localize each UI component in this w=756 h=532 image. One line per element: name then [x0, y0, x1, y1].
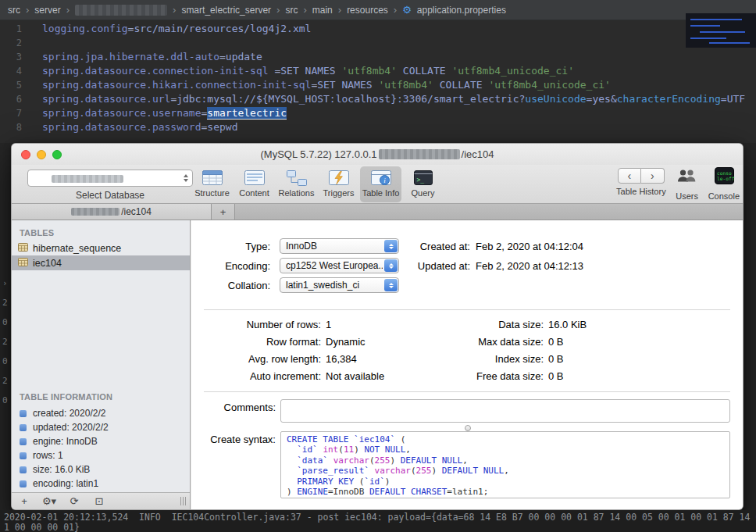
splitter-handle[interactable]: [465, 425, 471, 431]
code-segment: 'utf8mb4': [342, 65, 397, 77]
sidebar: TABLES hibernate_sequenceiec104 TABLE IN…: [12, 220, 191, 509]
table-actions-button[interactable]: ⚙▾: [37, 495, 62, 507]
code-segment: spring.datasource.url: [42, 93, 170, 105]
encoding-select[interactable]: cp1252 West Europea...: [280, 258, 399, 273]
code-segment: COLLATE: [397, 65, 451, 77]
type-label: Type:: [191, 241, 270, 252]
editor-line[interactable]: 6spring.datasource.url=jdbc:mysql://${MY…: [0, 92, 756, 106]
table-history-label: Table History: [616, 187, 666, 196]
comments-label: Comments:: [191, 402, 276, 413]
breadcrumb-item[interactable]: src: [8, 5, 20, 16]
dropdown-stepper-icon: [384, 279, 398, 291]
table-information-header: TABLE INFORMATION: [20, 392, 112, 402]
console-pane-button[interactable]: ⊡: [87, 495, 112, 507]
add-tab-button[interactable]: +: [212, 204, 235, 220]
editor-line[interactable]: 1logging.config=src/main/resources/log4j…: [0, 22, 756, 36]
code-text: spring.datasource.password=sepwd: [42, 120, 237, 134]
resize-grip[interactable]: [180, 497, 186, 505]
code-editor[interactable]: 1logging.config=src/main/resources/log4j…: [0, 20, 756, 143]
background-text-fragment: 2: [2, 298, 8, 308]
table-list-item[interactable]: hibernate_sequence: [12, 241, 190, 255]
line-number: 6: [0, 92, 22, 106]
background-text-fragment: ›: [2, 278, 8, 288]
editor-line[interactable]: 7spring.datasource.username=smartelectri…: [0, 106, 756, 120]
toolbar-button-query[interactable]: >_Query: [402, 166, 444, 202]
toolbar-right: ‹ › Table History Users console-off Cons…: [616, 166, 740, 201]
collation-select-value: latin1_swedish_ci: [286, 280, 383, 291]
console-button[interactable]: console-off Console: [708, 166, 740, 201]
sql-token: 11: [344, 445, 354, 455]
toolbar-button-structure[interactable]: Structure: [191, 166, 233, 202]
log-line: 2020-02-01 20:12:13,524 INFO IEC104Contr…: [4, 512, 756, 523]
toolbar-button-triggers[interactable]: Triggers: [318, 166, 359, 202]
users-button[interactable]: Users: [676, 166, 699, 201]
type-select[interactable]: InnoDB: [280, 238, 399, 254]
collation-select[interactable]: latin1_swedish_ci: [280, 277, 399, 293]
refresh-tables-button[interactable]: ⟳: [62, 495, 87, 507]
create-syntax-box[interactable]: CREATE TABLE `iec104` ( `id` int(11) NOT…: [280, 431, 730, 498]
info-bullet-icon: [20, 410, 27, 417]
sql-token: CREATE TABLE: [287, 434, 348, 445]
editor-line[interactable]: 5spring.datasource.hikari.connection-ini…: [0, 78, 756, 92]
breadcrumb-item[interactable]: server: [34, 5, 60, 16]
create-syntax-label: Create syntax:: [191, 434, 276, 445]
add-table-button[interactable]: +: [12, 495, 37, 507]
sql-token: ): [385, 477, 390, 487]
sql-token: ): [390, 455, 400, 466]
toolbar-button-relations[interactable]: Relations: [276, 166, 317, 202]
code-segment: jdbc:mysql://${MYSQL_HOST:localhost}:330…: [177, 93, 525, 105]
editor-line[interactable]: 4spring.datasource.connection-init-sql =…: [0, 64, 756, 78]
toolbar-button-label: Triggers: [323, 188, 355, 198]
editor-line[interactable]: 8spring.datasource.password=sepwd: [0, 120, 756, 134]
sql-token: (: [411, 466, 416, 476]
table-history-group: ‹ › Table History: [616, 166, 666, 196]
editor-line[interactable]: 2: [0, 36, 756, 50]
code-segment: COLLATE: [433, 79, 488, 91]
sql-token: 255: [375, 455, 390, 466]
window-titlebar[interactable]: (MySQL 5.7.22) 127.0.0.1 /iec104: [12, 144, 743, 165]
line-number: 8: [0, 120, 22, 134]
tab-active[interactable]: /iec104: [12, 204, 212, 220]
console-icon: console-off: [712, 166, 736, 188]
sql-token: `id`: [364, 477, 385, 487]
encoding-select-value: cp1252 West Europea...: [286, 260, 383, 271]
code-segment: 'utf8mb4_unicode_ci': [488, 79, 611, 91]
stat-value: 16.0 KiB: [548, 319, 587, 330]
created-at-value: Feb 2, 2020 at 04:12:04: [476, 241, 583, 252]
sql-token: (: [354, 477, 364, 487]
code-segment: update: [226, 51, 262, 62]
breadcrumb-item[interactable]: src: [285, 5, 298, 16]
svg-text:conso: conso: [717, 170, 732, 176]
breadcrumb-item[interactable]: smart_electric_server: [181, 5, 271, 16]
comments-input[interactable]: [280, 399, 730, 423]
select-database-dropdown[interactable]: [27, 170, 193, 187]
toolbar-button-content[interactable]: Content: [234, 166, 275, 202]
chevron-right-icon: ›: [276, 4, 280, 16]
info-text: updated: 2020/2/2: [33, 422, 109, 433]
table-list-item[interactable]: iec104: [12, 255, 190, 270]
breadcrumb-item[interactable]: application.properties: [417, 5, 506, 16]
background-text-fragment: 2: [2, 376, 8, 386]
sql-token: NOT NULL: [364, 445, 405, 455]
table-name: iec104: [33, 258, 62, 269]
history-forward-button[interactable]: ›: [641, 168, 665, 184]
chevron-right-icon: ›: [173, 4, 176, 16]
line-number: 3: [0, 50, 22, 64]
toolbar-button-label: Table Info: [362, 188, 400, 198]
code-segment: spring.datasource.connection-init-sql: [42, 65, 274, 77]
window-toolbar: Select Database StructureContentRelation…: [12, 165, 743, 204]
toolbar-button-table-info[interactable]: iTable Info: [360, 166, 401, 202]
sql-token: `iec104`: [354, 434, 395, 445]
code-segment: SET NAMES: [317, 79, 378, 91]
editor-line[interactable]: 3spring.jpa.hibernate.ddl-auto=update: [0, 50, 756, 64]
sql-token: varchar: [375, 466, 411, 476]
code-segment: spring.datasource.hikari.connection-init…: [42, 79, 311, 91]
breadcrumb-item[interactable]: resources: [347, 5, 388, 16]
history-back-button[interactable]: ‹: [618, 168, 641, 184]
code-text: spring.jpa.hibernate.ddl-auto=update: [42, 50, 262, 64]
sql-token: [287, 455, 297, 466]
breadcrumb-item[interactable]: main: [312, 5, 333, 16]
separator: [204, 309, 730, 310]
background-log: 2020-02-01 20:12:13,524 INFO IEC104Contr…: [0, 510, 756, 532]
info-text: engine: InnoDB: [33, 436, 98, 447]
